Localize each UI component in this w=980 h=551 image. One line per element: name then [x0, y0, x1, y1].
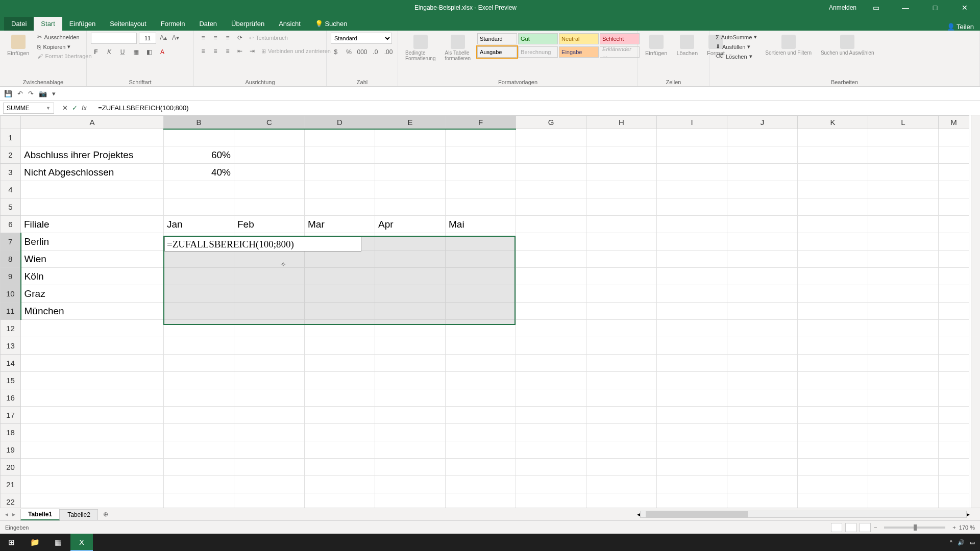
cell-I16[interactable] [657, 389, 727, 407]
vertical-scrollbar[interactable] [971, 115, 980, 508]
cell-M4[interactable] [939, 181, 969, 198]
cell-E5[interactable] [375, 198, 446, 216]
cell-B10[interactable] [164, 285, 234, 303]
row-header-13[interactable]: 13 [1, 337, 21, 355]
cell-F13[interactable] [446, 337, 516, 355]
cell-D11[interactable] [305, 303, 375, 320]
row-header-1[interactable]: 1 [1, 129, 21, 146]
cell-I17[interactable] [657, 407, 727, 424]
cell-B15[interactable] [164, 372, 234, 389]
cell-C20[interactable] [234, 459, 305, 476]
cell-G12[interactable] [516, 320, 586, 337]
name-box[interactable]: SUMME▼ [3, 103, 54, 114]
cell-B2[interactable]: 60% [164, 146, 234, 164]
cell-J17[interactable] [727, 407, 798, 424]
align-bottom-icon[interactable]: ≡ [223, 33, 233, 43]
cell-K10[interactable] [798, 285, 868, 303]
cell-I8[interactable] [657, 251, 727, 268]
indent-dec-icon[interactable]: ⇤ [235, 46, 245, 56]
cell-C4[interactable] [234, 181, 305, 198]
row-header-20[interactable]: 20 [1, 459, 21, 476]
cell-G21[interactable] [516, 476, 586, 493]
decrease-font-icon[interactable]: A▾ [170, 33, 181, 43]
increase-font-icon[interactable]: A▴ [158, 33, 168, 43]
cell-F4[interactable] [446, 181, 516, 198]
cell-D13[interactable] [305, 337, 375, 355]
share-button[interactable]: 👤 Teilen [947, 23, 974, 31]
cell-D21[interactable] [305, 476, 375, 493]
cell-K11[interactable] [798, 303, 868, 320]
cell-L6[interactable] [868, 216, 939, 233]
cell-K2[interactable] [798, 146, 868, 164]
cell-J20[interactable] [727, 459, 798, 476]
find-select-button[interactable]: Suchen und Auswählen [818, 33, 877, 58]
cell-C1[interactable] [234, 129, 305, 146]
cell-H2[interactable] [586, 146, 657, 164]
col-header-L[interactable]: L [868, 116, 939, 129]
inc-decimal-icon[interactable]: .0 [371, 47, 381, 57]
col-header-A[interactable]: A [21, 116, 164, 129]
formula-input[interactable]: =ZUFALLSBEREICH(100;800) [95, 103, 980, 113]
add-sheet-button[interactable]: ⊕ [98, 511, 113, 518]
cell-A8[interactable]: Wien [21, 251, 164, 268]
cell-M3[interactable] [939, 164, 969, 181]
row-header-12[interactable]: 12 [1, 320, 21, 337]
cell-G1[interactable] [516, 129, 586, 146]
cell-H18[interactable] [586, 424, 657, 441]
cell-L2[interactable] [868, 146, 939, 164]
sort-filter-button[interactable]: Sortieren und Filtern [762, 33, 815, 58]
cell-E11[interactable] [375, 303, 446, 320]
zoom-in-button[interactable]: + [952, 524, 955, 531]
cell-E10[interactable] [375, 285, 446, 303]
tray-up-icon[interactable]: ^ [950, 539, 952, 545]
cell-F18[interactable] [446, 424, 516, 441]
cell-D12[interactable] [305, 320, 375, 337]
indent-inc-icon[interactable]: ⇥ [247, 46, 257, 56]
cell-B22[interactable] [164, 493, 234, 508]
cell-K21[interactable] [798, 476, 868, 493]
horizontal-scrollbar[interactable] [640, 511, 967, 518]
cell-L14[interactable] [868, 355, 939, 372]
cell-D18[interactable] [305, 424, 375, 441]
cell-D4[interactable] [305, 181, 375, 198]
cell-L22[interactable] [868, 493, 939, 508]
align-left-icon[interactable]: ≡ [198, 46, 208, 56]
cell-B9[interactable] [164, 268, 234, 285]
cell-C15[interactable] [234, 372, 305, 389]
cell-A10[interactable]: Graz [21, 285, 164, 303]
qat-customize-icon[interactable]: ▾ [52, 90, 56, 97]
cell-A7[interactable]: Berlin [21, 233, 164, 251]
cell-F15[interactable] [446, 372, 516, 389]
row-header-2[interactable]: 2 [1, 146, 21, 164]
cell-A12[interactable] [21, 320, 164, 337]
cell-H9[interactable] [586, 268, 657, 285]
cell-F20[interactable] [446, 459, 516, 476]
cell-K14[interactable] [798, 355, 868, 372]
col-header-J[interactable]: J [727, 116, 798, 129]
cell-J18[interactable] [727, 424, 798, 441]
cell-J16[interactable] [727, 389, 798, 407]
col-header-F[interactable]: F [446, 116, 516, 129]
cell-M11[interactable] [939, 303, 969, 320]
start-button[interactable]: ⊞ [0, 534, 22, 551]
sign-in-link[interactable]: Anmelden [829, 4, 856, 11]
cell-B16[interactable] [164, 389, 234, 407]
cell-E1[interactable] [375, 129, 446, 146]
style-neutral[interactable]: Neutral [559, 33, 599, 44]
cell-E7[interactable] [375, 233, 446, 251]
cell-G7[interactable] [516, 233, 586, 251]
cell-M15[interactable] [939, 372, 969, 389]
cell-K6[interactable] [798, 216, 868, 233]
cell-A21[interactable] [21, 476, 164, 493]
cell-F9[interactable] [446, 268, 516, 285]
cell-J4[interactable] [727, 181, 798, 198]
cell-M12[interactable] [939, 320, 969, 337]
underline-button[interactable]: U [117, 47, 128, 57]
border-button[interactable]: ▦ [131, 47, 141, 57]
cell-H14[interactable] [586, 355, 657, 372]
cell-I13[interactable] [657, 337, 727, 355]
cell-F3[interactable] [446, 164, 516, 181]
cell-H15[interactable] [586, 372, 657, 389]
font-color-button[interactable]: A [157, 47, 167, 57]
cell-D20[interactable] [305, 459, 375, 476]
